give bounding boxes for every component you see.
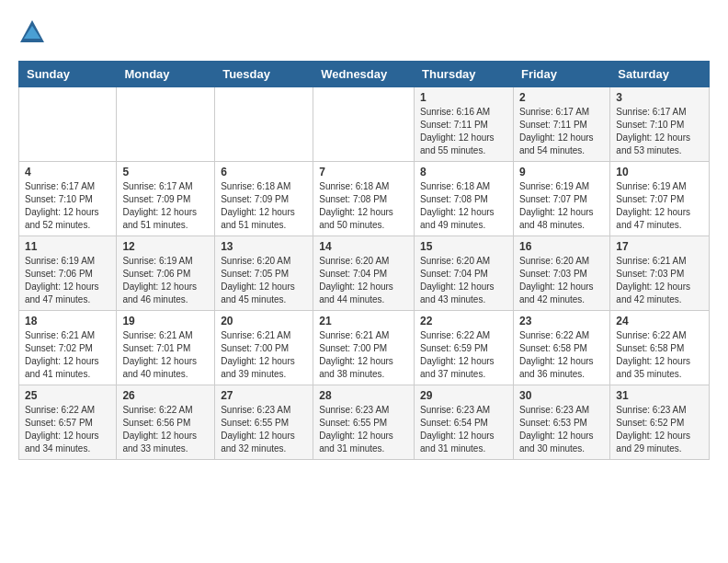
day-info: Sunrise: 6:19 AMSunset: 7:06 PMDaylight:…: [25, 255, 110, 306]
calendar-cell: [313, 87, 415, 162]
calendar-cell: 24Sunrise: 6:22 AMSunset: 6:58 PMDayligh…: [610, 311, 710, 385]
calendar-cell: 8Sunrise: 6:18 AMSunset: 7:08 PMDaylight…: [415, 162, 514, 236]
day-number: 23: [519, 315, 604, 327]
calendar-cell: 25Sunrise: 6:22 AMSunset: 6:57 PMDayligh…: [19, 385, 117, 460]
day-number: 10: [616, 166, 703, 178]
calendar-cell: 22Sunrise: 6:22 AMSunset: 6:59 PMDayligh…: [415, 311, 514, 385]
day-number: 2: [519, 91, 604, 104]
calendar-cell: 28Sunrise: 6:23 AMSunset: 6:55 PMDayligh…: [313, 385, 415, 460]
calendar-cell: 16Sunrise: 6:20 AMSunset: 7:03 PMDayligh…: [513, 236, 609, 311]
calendar-cell: [215, 87, 313, 162]
calendar-cell: 20Sunrise: 6:21 AMSunset: 7:00 PMDayligh…: [215, 311, 313, 385]
day-number: 14: [319, 240, 408, 253]
calendar-cell: 14Sunrise: 6:20 AMSunset: 7:04 PMDayligh…: [313, 236, 415, 311]
day-number: 6: [221, 166, 307, 178]
calendar-cell: 18Sunrise: 6:21 AMSunset: 7:02 PMDayligh…: [19, 311, 117, 385]
day-info: Sunrise: 6:17 AMSunset: 7:10 PMDaylight:…: [25, 180, 110, 232]
calendar-cell: 10Sunrise: 6:19 AMSunset: 7:07 PMDayligh…: [610, 162, 710, 236]
day-info: Sunrise: 6:20 AMSunset: 7:03 PMDaylight:…: [519, 255, 604, 306]
day-number: 31: [616, 389, 703, 402]
day-info: Sunrise: 6:19 AMSunset: 7:07 PMDaylight:…: [519, 180, 604, 232]
day-info: Sunrise: 6:22 AMSunset: 6:58 PMDaylight:…: [616, 329, 703, 381]
calendar-cell: [19, 87, 117, 162]
day-info: Sunrise: 6:22 AMSunset: 6:58 PMDaylight:…: [519, 329, 604, 381]
day-number: 28: [319, 389, 408, 402]
day-number: 7: [319, 166, 408, 178]
day-header-thursday: Thursday: [415, 62, 514, 87]
calendar-week-1: 1Sunrise: 6:16 AMSunset: 7:11 PMDaylight…: [19, 87, 710, 162]
day-info: Sunrise: 6:23 AMSunset: 6:53 PMDaylight:…: [519, 404, 604, 455]
day-number: 8: [420, 166, 507, 178]
day-number: 12: [122, 240, 209, 253]
calendar-cell: 13Sunrise: 6:20 AMSunset: 7:05 PMDayligh…: [215, 236, 313, 311]
day-header-tuesday: Tuesday: [215, 62, 313, 87]
day-number: 30: [519, 389, 604, 402]
day-header-sunday: Sunday: [19, 62, 117, 87]
day-number: 17: [616, 240, 703, 253]
day-info: Sunrise: 6:23 AMSunset: 6:55 PMDaylight:…: [319, 404, 408, 455]
day-info: Sunrise: 6:23 AMSunset: 6:52 PMDaylight:…: [616, 404, 703, 455]
calendar-week-3: 11Sunrise: 6:19 AMSunset: 7:06 PMDayligh…: [19, 236, 710, 311]
day-number: 3: [616, 91, 703, 104]
calendar-cell: 26Sunrise: 6:22 AMSunset: 6:56 PMDayligh…: [117, 385, 215, 460]
calendar-header-row: SundayMondayTuesdayWednesdayThursdayFrid…: [19, 62, 710, 87]
calendar-cell: 23Sunrise: 6:22 AMSunset: 6:58 PMDayligh…: [513, 311, 609, 385]
day-info: Sunrise: 6:20 AMSunset: 7:05 PMDaylight:…: [221, 255, 307, 306]
calendar-week-5: 25Sunrise: 6:22 AMSunset: 6:57 PMDayligh…: [19, 385, 710, 460]
day-info: Sunrise: 6:18 AMSunset: 7:08 PMDaylight:…: [420, 180, 507, 232]
day-number: 21: [319, 315, 408, 327]
day-info: Sunrise: 6:18 AMSunset: 7:09 PMDaylight:…: [221, 180, 307, 232]
calendar-cell: 11Sunrise: 6:19 AMSunset: 7:06 PMDayligh…: [19, 236, 117, 311]
day-number: 5: [122, 166, 209, 178]
day-info: Sunrise: 6:20 AMSunset: 7:04 PMDaylight:…: [319, 255, 408, 306]
calendar-table: SundayMondayTuesdayWednesdayThursdayFrid…: [18, 61, 710, 460]
day-info: Sunrise: 6:17 AMSunset: 7:10 PMDaylight:…: [616, 106, 703, 157]
calendar-week-2: 4Sunrise: 6:17 AMSunset: 7:10 PMDaylight…: [19, 162, 710, 236]
calendar-cell: 29Sunrise: 6:23 AMSunset: 6:54 PMDayligh…: [415, 385, 514, 460]
page-header: [18, 18, 710, 46]
day-info: Sunrise: 6:21 AMSunset: 7:00 PMDaylight:…: [319, 329, 408, 381]
day-number: 16: [519, 240, 604, 253]
day-info: Sunrise: 6:17 AMSunset: 7:09 PMDaylight:…: [122, 180, 209, 232]
calendar-cell: 7Sunrise: 6:18 AMSunset: 7:08 PMDaylight…: [313, 162, 415, 236]
calendar-cell: 21Sunrise: 6:21 AMSunset: 7:00 PMDayligh…: [313, 311, 415, 385]
calendar-cell: 31Sunrise: 6:23 AMSunset: 6:52 PMDayligh…: [610, 385, 710, 460]
day-info: Sunrise: 6:22 AMSunset: 6:57 PMDaylight:…: [25, 404, 110, 455]
day-number: 13: [221, 240, 307, 253]
day-number: 11: [25, 240, 110, 253]
day-header-wednesday: Wednesday: [313, 62, 415, 87]
day-info: Sunrise: 6:19 AMSunset: 7:07 PMDaylight:…: [616, 180, 703, 232]
day-info: Sunrise: 6:20 AMSunset: 7:04 PMDaylight:…: [420, 255, 507, 306]
day-info: Sunrise: 6:23 AMSunset: 6:55 PMDaylight:…: [221, 404, 307, 455]
calendar-cell: 5Sunrise: 6:17 AMSunset: 7:09 PMDaylight…: [117, 162, 215, 236]
calendar-cell: 15Sunrise: 6:20 AMSunset: 7:04 PMDayligh…: [415, 236, 514, 311]
calendar-cell: 27Sunrise: 6:23 AMSunset: 6:55 PMDayligh…: [215, 385, 313, 460]
day-info: Sunrise: 6:21 AMSunset: 7:00 PMDaylight:…: [221, 329, 307, 381]
day-header-friday: Friday: [513, 62, 609, 87]
calendar-cell: 30Sunrise: 6:23 AMSunset: 6:53 PMDayligh…: [513, 385, 609, 460]
day-info: Sunrise: 6:16 AMSunset: 7:11 PMDaylight:…: [420, 106, 507, 157]
day-info: Sunrise: 6:19 AMSunset: 7:06 PMDaylight:…: [122, 255, 209, 306]
day-info: Sunrise: 6:17 AMSunset: 7:11 PMDaylight:…: [519, 106, 604, 157]
day-number: 15: [420, 240, 507, 253]
day-number: 19: [122, 315, 209, 327]
calendar-cell: 9Sunrise: 6:19 AMSunset: 7:07 PMDaylight…: [513, 162, 609, 236]
day-number: 27: [221, 389, 307, 402]
logo: [18, 18, 50, 46]
day-info: Sunrise: 6:23 AMSunset: 6:54 PMDaylight:…: [420, 404, 507, 455]
day-info: Sunrise: 6:21 AMSunset: 7:01 PMDaylight:…: [122, 329, 209, 381]
calendar-cell: 1Sunrise: 6:16 AMSunset: 7:11 PMDaylight…: [415, 87, 514, 162]
day-info: Sunrise: 6:21 AMSunset: 7:02 PMDaylight:…: [25, 329, 110, 381]
day-number: 4: [25, 166, 110, 178]
day-info: Sunrise: 6:22 AMSunset: 6:56 PMDaylight:…: [122, 404, 209, 455]
calendar-cell: 6Sunrise: 6:18 AMSunset: 7:09 PMDaylight…: [215, 162, 313, 236]
calendar-cell: 17Sunrise: 6:21 AMSunset: 7:03 PMDayligh…: [610, 236, 710, 311]
day-number: 1: [420, 91, 507, 104]
day-number: 22: [420, 315, 507, 327]
day-number: 18: [25, 315, 110, 327]
logo-icon: [18, 18, 46, 46]
day-number: 24: [616, 315, 703, 327]
day-header-monday: Monday: [117, 62, 215, 87]
calendar-week-4: 18Sunrise: 6:21 AMSunset: 7:02 PMDayligh…: [19, 311, 710, 385]
day-info: Sunrise: 6:22 AMSunset: 6:59 PMDaylight:…: [420, 329, 507, 381]
